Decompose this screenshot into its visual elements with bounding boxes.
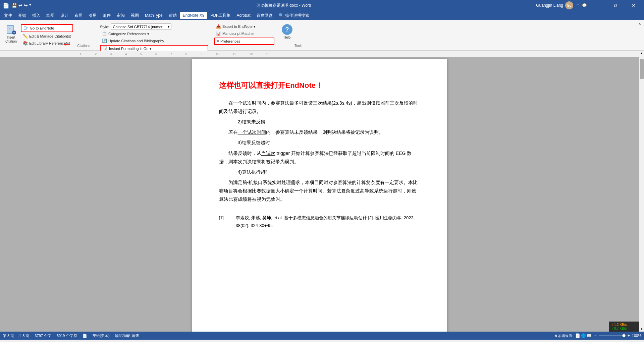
undo-qa-icon[interactable]: ↩ — [18, 3, 22, 8]
red-annotation-text: 这样也可以直接打开EndNote！ — [219, 79, 420, 92]
svg-text:+: + — [13, 31, 15, 35]
read-mode-icon[interactable]: 📖 — [587, 333, 592, 338]
menu-item-pdf[interactable]: PDF工具集 — [208, 11, 233, 20]
doc-content: 在一个试次时间内，参赛算法最多可反馈三次结果(2s,3s,4s)，超出则仅按照前… — [219, 99, 420, 204]
menu-item-mathtype[interactable]: MathType — [142, 12, 165, 19]
instant-fmt-arrow: ▾ — [150, 47, 152, 51]
minimize-button[interactable]: — — [590, 0, 605, 11]
help-label: Help — [284, 36, 291, 39]
titlebar: 📄 💾 ↩ ↪ ▾ 运动想象赛题说明.docx - Word Guangjin … — [0, 0, 644, 11]
menu-item-file[interactable]: 文件 — [1, 11, 15, 20]
ref-num-1: [1] — [219, 214, 229, 230]
references-section: [1] 李素姣, 朱越, 吴坤, et al. 基于多模态信息融合的肘关节连续运… — [219, 214, 420, 230]
zoom-thumb[interactable] — [622, 334, 626, 337]
zoom-in-button[interactable]: + — [628, 333, 630, 338]
menu-item-help[interactable]: 帮助 — [166, 11, 179, 20]
doc-para-1: 在一个试次时间内，参赛算法最多可反馈三次结果(2s,3s,4s)，超出则仅按照前… — [219, 99, 420, 116]
restore-button[interactable]: ⧉ — [608, 0, 623, 11]
style-dropdown[interactable]: Chinese Std GBT7714 (numer... ▾ — [111, 23, 171, 30]
update-citations-button[interactable]: 🔄 Update Citations and Bibliography — [100, 38, 208, 44]
tools-group-label: Tools — [294, 44, 302, 48]
menubar: 文件 开始 插入 绘图 设计 布局 引用 邮件 审阅 视图 MathType 帮… — [0, 11, 644, 20]
dropdown-arrow-icon: ▾ — [168, 24, 170, 29]
menu-item-insert[interactable]: 插入 — [30, 11, 43, 20]
menu-item-acrobat[interactable]: Acrobat — [234, 12, 253, 19]
main-area: 12345678910111213 这样也可以直接打开EndNote！ 在一个试… — [0, 51, 644, 332]
net-download: ↓ 0.7 KB/s — [611, 327, 636, 330]
menu-item-design[interactable]: 设计 — [58, 11, 71, 20]
display-settings-button[interactable]: 显示器设置 — [554, 333, 573, 338]
word-count: 3797 个字 — [35, 333, 51, 338]
horizontal-ruler: 12345678910111213 — [0, 51, 639, 57]
categorize-icon: 📋 — [102, 32, 107, 36]
underline-2: 一个试次时间 — [238, 129, 266, 135]
titlebar-right: Guangjin Liang GL ⌃ 💬 — ⧉ ✕ — [536, 0, 641, 11]
ribbon-collapse-button[interactable]: ∧ — [638, 21, 641, 26]
menu-item-mail[interactable]: 邮件 — [100, 11, 113, 20]
doc-para-4: 3)结果反馈超时 — [219, 138, 420, 147]
reference-item-1: [1] 李素姣, 朱越, 吴坤, et al. 基于多模态信息融合的肘关节连续运… — [219, 214, 420, 230]
user-area: Guangjin Liang GL — [536, 1, 573, 9]
network-widget: ↑ 1.2 KB/s ↓ 0.7 KB/s — [609, 322, 639, 332]
print-layout-icon[interactable]: 📄 — [575, 333, 580, 338]
goto-endnote-button[interactable]: En Go to EndNote — [21, 24, 73, 32]
document-container: 这样也可以直接打开EndNote！ 在一个试次时间内，参赛算法最多可反馈三次结果… — [0, 51, 639, 332]
insert-citation-button[interactable]: " + Insert Citation — [3, 23, 19, 45]
web-layout-icon[interactable]: 🌐 — [581, 333, 586, 338]
statusbar-right: 显示器设置 📄 🌐 📖 − + 100% — [554, 333, 641, 338]
save-qa-icon[interactable]: 💾 — [11, 3, 17, 8]
help-button[interactable]: ? Help — [280, 23, 294, 41]
search-icon: 🔍 — [279, 13, 284, 18]
ribbon-group-citations: " + Insert Citation En Go to EndNote ✏️ … — [0, 21, 97, 49]
zoom-slider[interactable] — [599, 335, 626, 336]
ribbon-content: " + Insert Citation En Go to EndNote ✏️ … — [0, 20, 644, 50]
scroll-up-button[interactable]: ▲ — [639, 51, 644, 56]
doc-para-3: 若在一个试次时间内，参赛算法未反馈结果，则判决结果将被记录为误判。 — [219, 128, 420, 136]
doc-para-6: 4)算法执行超时 — [219, 168, 420, 176]
menu-item-view[interactable]: 视图 — [128, 11, 142, 20]
net-upload: ↑ 1.2 KB/s — [611, 323, 636, 327]
manuscript-matcher-button[interactable]: 📊 Manuscript Matcher — [214, 31, 274, 37]
ribbon: " + Insert Citation En Go to EndNote ✏️ … — [0, 20, 644, 51]
menu-item-draw[interactable]: 绘图 — [44, 11, 57, 20]
export-to-endnote-button[interactable]: 📤 Export to EndNote ▾ — [214, 23, 274, 30]
scroll-thumb[interactable] — [640, 59, 644, 79]
ribbon-group-bibliography: Style: Chinese Std GBT7714 (numer... ▾ 📋… — [97, 21, 211, 49]
insert-citation-label: Insert Citation — [5, 36, 17, 44]
doc-para-5: 结果反馈时，从当试次 trigger 开始计算参赛算法已经获取了超过当前限制时间… — [219, 149, 420, 166]
vertical-scrollbar[interactable]: ▲ ▼ — [639, 51, 644, 332]
style-label: Style: — [100, 25, 109, 29]
menu-item-review[interactable]: 审阅 — [114, 11, 127, 20]
language: 英语(美国) — [93, 333, 110, 338]
preferences-button[interactable]: ≡ Preferences — [214, 38, 274, 45]
zoom-out-button[interactable]: − — [594, 333, 597, 338]
insert-citation-icon: " + — [6, 24, 16, 35]
categorize-references-button[interactable]: 📋 Categorize References ▾ — [100, 31, 208, 37]
comments-icon[interactable]: 💬 — [582, 3, 587, 8]
menu-item-start[interactable]: 开始 — [15, 11, 29, 20]
titlebar-left: 📄 💾 ↩ ↪ ▾ — [3, 2, 31, 9]
ribbon-collapse-icon[interactable]: ⌃ — [576, 3, 579, 8]
menu-item-layout[interactable]: 布局 — [72, 11, 85, 20]
ribbon-group-tools: 📤 Export to EndNote ▾ 📊 Manuscript Match… — [211, 21, 305, 49]
accessibility-status: 辅助功能: 调查 — [115, 333, 139, 338]
export-icon: 📤 — [216, 24, 221, 29]
titlebar-title: 运动想象赛题说明.docx - Word — [31, 3, 536, 8]
ref-text-1: 李素姣, 朱越, 吴坤, et al. 基于多模态信息融合的肘关节连续运动估计 … — [236, 214, 420, 230]
manuscript-icon: 📊 — [216, 31, 221, 36]
redo-qa-icon[interactable]: ↪ — [24, 3, 28, 8]
library-icon: 📚 — [23, 41, 28, 46]
edit-manage-citation-button[interactable]: ✏️ Edit & Manage Citation(s) — [21, 33, 73, 39]
underline-1: 一个试次时间 — [233, 100, 261, 106]
instant-fmt-icon: 📝 — [103, 46, 108, 51]
scroll-down-button[interactable]: ▼ — [639, 327, 644, 332]
underline-3: 当试次 — [261, 151, 275, 156]
menu-item-references[interactable]: 引用 — [86, 11, 99, 20]
menu-item-endnote[interactable]: EndNote X9 — [180, 12, 207, 19]
help-circle-icon: ? — [282, 24, 292, 35]
statusbar: 第 8 页，共 8 页 3797 个字 5019 个字符 📄 英语(美国) 辅助… — [0, 332, 644, 340]
close-button[interactable]: ✕ — [626, 0, 641, 11]
menu-item-baidu[interactable]: 百度网盘 — [254, 11, 275, 20]
page-info: 第 8 页，共 8 页 — [3, 333, 29, 338]
menu-item-search[interactable]: 🔍 操作说明搜索 — [276, 11, 312, 20]
